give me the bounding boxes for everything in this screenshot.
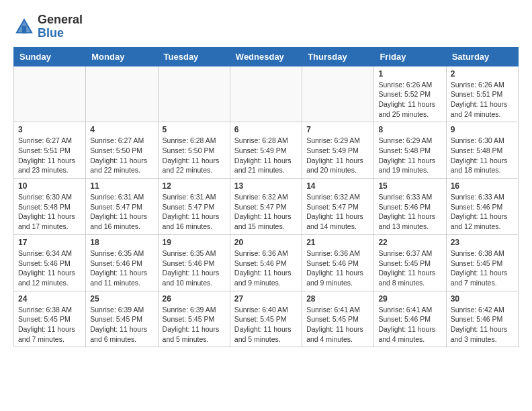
day-number: 25 — [90, 294, 153, 304]
day-info: Sunrise: 6:27 AM Sunset: 5:50 PM Dayligh… — [90, 136, 153, 175]
day-info: Sunrise: 6:32 AM Sunset: 5:47 PM Dayligh… — [306, 192, 369, 232]
calendar-cell: 11Sunrise: 6:31 AM Sunset: 5:47 PM Dayli… — [86, 179, 158, 235]
calendar-week-row: 1Sunrise: 6:26 AM Sunset: 5:52 PM Daylig… — [14, 66, 519, 122]
calendar-cell: 3Sunrise: 6:27 AM Sunset: 5:51 PM Daylig… — [14, 122, 86, 179]
weekday-header: Thursday — [302, 47, 374, 66]
day-number: 23 — [451, 238, 514, 247]
calendar-cell: 18Sunrise: 6:35 AM Sunset: 5:46 PM Dayli… — [86, 234, 158, 291]
day-info: Sunrise: 6:31 AM Sunset: 5:47 PM Dayligh… — [163, 192, 226, 232]
calendar-cell: 10Sunrise: 6:30 AM Sunset: 5:48 PM Dayli… — [14, 179, 86, 235]
day-info: Sunrise: 6:26 AM Sunset: 5:51 PM Dayligh… — [451, 80, 514, 120]
day-info: Sunrise: 6:39 AM Sunset: 5:45 PM Dayligh… — [163, 305, 226, 345]
day-info: Sunrise: 6:31 AM Sunset: 5:47 PM Dayligh… — [90, 192, 153, 232]
weekday-header: Wednesday — [230, 47, 302, 66]
weekday-header: Saturday — [446, 47, 518, 66]
calendar-cell: 5Sunrise: 6:28 AM Sunset: 5:50 PM Daylig… — [158, 122, 230, 179]
weekday-header: Friday — [374, 47, 446, 66]
calendar-cell: 12Sunrise: 6:31 AM Sunset: 5:47 PM Dayli… — [158, 179, 230, 235]
day-info: Sunrise: 6:34 AM Sunset: 5:46 PM Dayligh… — [18, 248, 81, 288]
calendar-cell: 16Sunrise: 6:33 AM Sunset: 5:46 PM Dayli… — [446, 179, 518, 235]
day-number: 19 — [163, 238, 226, 247]
day-number: 17 — [18, 238, 81, 247]
day-number: 10 — [18, 181, 81, 191]
calendar-cell — [158, 66, 230, 122]
day-info: Sunrise: 6:32 AM Sunset: 5:47 PM Dayligh… — [234, 192, 298, 232]
calendar-cell: 7Sunrise: 6:29 AM Sunset: 5:49 PM Daylig… — [302, 122, 374, 179]
day-number: 30 — [451, 294, 514, 304]
day-number: 7 — [306, 125, 369, 134]
day-info: Sunrise: 6:41 AM Sunset: 5:46 PM Dayligh… — [378, 305, 441, 345]
day-number: 14 — [306, 181, 369, 191]
calendar-cell: 9Sunrise: 6:30 AM Sunset: 5:48 PM Daylig… — [446, 122, 518, 179]
day-info: Sunrise: 6:36 AM Sunset: 5:46 PM Dayligh… — [306, 248, 369, 288]
logo-icon — [13, 16, 35, 38]
day-info: Sunrise: 6:40 AM Sunset: 5:45 PM Dayligh… — [234, 305, 298, 345]
calendar-week-row: 17Sunrise: 6:34 AM Sunset: 5:46 PM Dayli… — [14, 234, 519, 291]
calendar-table: SundayMondayTuesdayWednesdayThursdayFrid… — [13, 47, 519, 348]
day-number: 18 — [90, 238, 153, 247]
calendar-cell: 27Sunrise: 6:40 AM Sunset: 5:45 PM Dayli… — [230, 291, 302, 347]
day-number: 20 — [234, 238, 298, 247]
day-info: Sunrise: 6:30 AM Sunset: 5:48 PM Dayligh… — [18, 192, 81, 232]
day-info: Sunrise: 6:27 AM Sunset: 5:51 PM Dayligh… — [18, 136, 81, 175]
day-info: Sunrise: 6:39 AM Sunset: 5:45 PM Dayligh… — [90, 305, 153, 345]
day-number: 24 — [18, 294, 81, 304]
logo-text: General Blue — [38, 13, 83, 40]
calendar-cell: 20Sunrise: 6:36 AM Sunset: 5:46 PM Dayli… — [230, 234, 302, 291]
day-number: 2 — [451, 69, 514, 79]
day-info: Sunrise: 6:29 AM Sunset: 5:49 PM Dayligh… — [306, 136, 369, 175]
calendar-week-row: 24Sunrise: 6:38 AM Sunset: 5:45 PM Dayli… — [14, 291, 519, 347]
day-number: 22 — [378, 238, 441, 247]
calendar-cell: 24Sunrise: 6:38 AM Sunset: 5:45 PM Dayli… — [14, 291, 86, 347]
calendar-cell: 1Sunrise: 6:26 AM Sunset: 5:52 PM Daylig… — [374, 66, 446, 122]
day-info: Sunrise: 6:33 AM Sunset: 5:46 PM Dayligh… — [378, 192, 441, 232]
day-info: Sunrise: 6:42 AM Sunset: 5:46 PM Dayligh… — [451, 305, 514, 345]
day-info: Sunrise: 6:38 AM Sunset: 5:45 PM Dayligh… — [451, 248, 514, 288]
calendar-cell: 30Sunrise: 6:42 AM Sunset: 5:46 PM Dayli… — [446, 291, 518, 347]
day-number: 6 — [234, 125, 298, 134]
day-info: Sunrise: 6:29 AM Sunset: 5:48 PM Dayligh… — [378, 136, 441, 175]
svg-rect-2 — [22, 26, 26, 33]
calendar-cell: 4Sunrise: 6:27 AM Sunset: 5:50 PM Daylig… — [86, 122, 158, 179]
calendar-cell — [230, 66, 302, 122]
day-number: 5 — [163, 125, 226, 134]
day-number: 9 — [451, 125, 514, 134]
calendar-cell: 19Sunrise: 6:35 AM Sunset: 5:46 PM Dayli… — [158, 234, 230, 291]
calendar-week-row: 10Sunrise: 6:30 AM Sunset: 5:48 PM Dayli… — [14, 179, 519, 235]
calendar-cell: 8Sunrise: 6:29 AM Sunset: 5:48 PM Daylig… — [374, 122, 446, 179]
calendar-cell: 15Sunrise: 6:33 AM Sunset: 5:46 PM Dayli… — [374, 179, 446, 235]
day-info: Sunrise: 6:37 AM Sunset: 5:45 PM Dayligh… — [378, 248, 441, 288]
day-info: Sunrise: 6:38 AM Sunset: 5:45 PM Dayligh… — [18, 305, 81, 345]
day-number: 21 — [306, 238, 369, 247]
day-info: Sunrise: 6:36 AM Sunset: 5:46 PM Dayligh… — [234, 248, 298, 288]
day-number: 16 — [451, 181, 514, 191]
weekday-header: Monday — [86, 47, 158, 66]
day-info: Sunrise: 6:33 AM Sunset: 5:46 PM Dayligh… — [451, 192, 514, 232]
calendar-cell — [14, 66, 86, 122]
calendar-cell: 21Sunrise: 6:36 AM Sunset: 5:46 PM Dayli… — [302, 234, 374, 291]
day-info: Sunrise: 6:28 AM Sunset: 5:49 PM Dayligh… — [234, 136, 298, 175]
calendar-cell: 2Sunrise: 6:26 AM Sunset: 5:51 PM Daylig… — [446, 66, 518, 122]
page-header: General Blue — [13, 13, 519, 40]
calendar-cell: 23Sunrise: 6:38 AM Sunset: 5:45 PM Dayli… — [446, 234, 518, 291]
calendar-cell: 14Sunrise: 6:32 AM Sunset: 5:47 PM Dayli… — [302, 179, 374, 235]
day-number: 26 — [163, 294, 226, 304]
day-number: 28 — [306, 294, 369, 304]
calendar-cell: 25Sunrise: 6:39 AM Sunset: 5:45 PM Dayli… — [86, 291, 158, 347]
weekday-header: Sunday — [14, 47, 86, 66]
day-number: 12 — [163, 181, 226, 191]
day-number: 27 — [234, 294, 298, 304]
calendar-cell — [86, 66, 158, 122]
weekday-header: Tuesday — [158, 47, 230, 66]
calendar-cell: 26Sunrise: 6:39 AM Sunset: 5:45 PM Dayli… — [158, 291, 230, 347]
calendar-cell: 22Sunrise: 6:37 AM Sunset: 5:45 PM Dayli… — [374, 234, 446, 291]
calendar-cell: 28Sunrise: 6:41 AM Sunset: 5:45 PM Dayli… — [302, 291, 374, 347]
day-info: Sunrise: 6:35 AM Sunset: 5:46 PM Dayligh… — [90, 248, 153, 288]
calendar-body: 1Sunrise: 6:26 AM Sunset: 5:52 PM Daylig… — [14, 66, 519, 347]
logo: General Blue — [13, 13, 83, 40]
day-info: Sunrise: 6:35 AM Sunset: 5:46 PM Dayligh… — [163, 248, 226, 288]
day-number: 8 — [378, 125, 441, 134]
day-number: 15 — [378, 181, 441, 191]
day-info: Sunrise: 6:30 AM Sunset: 5:48 PM Dayligh… — [451, 136, 514, 175]
day-info: Sunrise: 6:28 AM Sunset: 5:50 PM Dayligh… — [163, 136, 226, 175]
